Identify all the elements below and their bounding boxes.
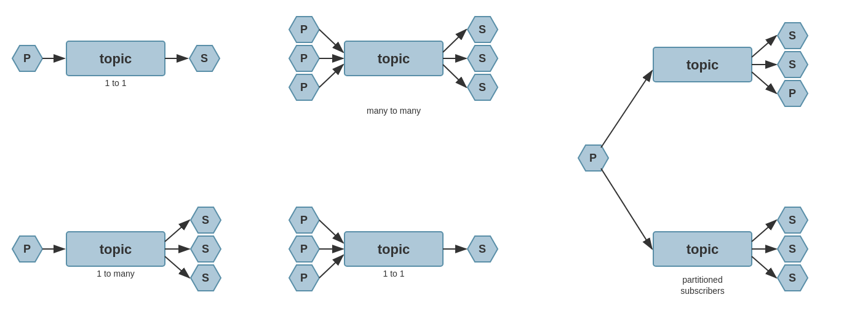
arrow-p1-topic-d4 [319, 220, 343, 243]
label-s2-d3: S [202, 243, 209, 255]
arrow-p-topic-top-d5 [601, 71, 652, 148]
diagram-container: P topic S 1 to 1 P P P topic [0, 0, 868, 316]
label-p2-d2: P [300, 52, 308, 65]
label-s1-top-d5: S [789, 30, 796, 42]
label-p1-d4: P [300, 214, 308, 226]
label-s2-d2: S [479, 52, 486, 65]
caption-d3: 1 to many [97, 269, 134, 278]
label-p3-d4: P [300, 272, 308, 284]
label-s2-bottom-d5: S [789, 243, 796, 255]
arrow-topic-bottom-s3-d5 [752, 256, 776, 278]
topic-label-d4: topic [378, 242, 410, 257]
label-s-d1: S [201, 52, 208, 65]
label-s3-bottom-d5: S [789, 272, 796, 284]
caption-d1: 1 to 1 [105, 78, 126, 88]
topic-label-top-d5: topic [687, 57, 719, 73]
arrow-topic-top-s1-d5 [752, 36, 776, 57]
label-p-d5: P [589, 152, 597, 164]
label-s3-d3: S [202, 272, 209, 284]
arrow-p-topic-bottom-d5 [601, 168, 652, 249]
label-s1-d2: S [479, 23, 486, 36]
arrow-p3-topic-d4 [319, 255, 343, 278]
label-p2-d4: P [300, 243, 308, 255]
label-p3-d2: P [300, 81, 308, 93]
topic-label-d1: topic [100, 51, 132, 66]
arrow-topic-top-s3-d5 [752, 72, 776, 93]
label-s-d4: S [479, 243, 486, 255]
caption-d5-line2: subscribers [680, 286, 725, 296]
topic-label-d3: topic [100, 242, 132, 257]
topic-label-d2: topic [378, 51, 410, 66]
label-p1-d2: P [300, 23, 308, 36]
label-s1-d3: S [202, 214, 209, 226]
label-p-d1: P [23, 52, 31, 65]
arrow-topic-s3-d2 [443, 65, 466, 87]
arrow-topic-s3-d3 [165, 256, 189, 278]
caption-d4: 1 to 1 [383, 269, 404, 278]
label-s2-top-d5: S [789, 58, 796, 71]
topic-label-bottom-d5: topic [687, 242, 719, 257]
label-s3-d2: S [479, 81, 486, 93]
arrow-p1-topic-d2 [319, 30, 343, 52]
arrow-topic-s1-d2 [443, 30, 466, 52]
arrow-topic-s1-d3 [165, 220, 189, 242]
label-s1-bottom-d5: S [789, 214, 796, 226]
arrow-p3-topic-d2 [319, 65, 343, 87]
caption-d5-line1: partitioned [682, 275, 722, 285]
label-p-top-d5: P [789, 87, 796, 100]
arrow-topic-bottom-s1-d5 [752, 220, 776, 242]
caption-d2: many to many [367, 106, 421, 116]
label-p-d3: P [23, 243, 31, 255]
